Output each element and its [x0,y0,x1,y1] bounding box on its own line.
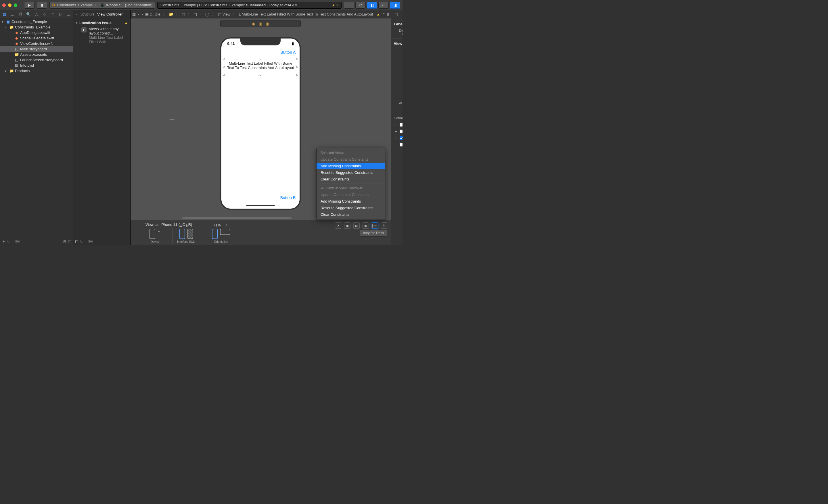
resize-handle[interactable] [296,66,298,67]
file-scenedelegate[interactable]: ◆SceneDelegate.swift [0,35,73,41]
project-root[interactable]: ▾▣Constraints_Example [0,19,73,25]
outline-toggle-icon[interactable] [134,223,138,227]
file-main-storyboard[interactable]: ▢Main.storyboard [0,46,73,52]
landscape-icon[interactable] [220,229,230,235]
outline-crumb[interactable]: Structure [81,12,94,16]
jump-warning-icon[interactable]: ‹ ▲ › [376,10,380,18]
resize-handle[interactable] [223,58,224,59]
menu-add-missing[interactable]: Add Missing Constraints [317,163,385,169]
code-review-button[interactable]: ⇄ [355,2,366,9]
file-assets[interactable]: 📁Assets.xcassets [0,52,73,57]
zoom-window[interactable] [14,3,17,7]
menu-clear-all[interactable]: Clear Constraints [317,211,385,218]
safe-area-margins-checkbox[interactable] [400,136,403,140]
related-icon[interactable]: ▦ [132,12,136,16]
file-viewcontroller[interactable]: ◆ViewController.swift [0,41,73,46]
group-products[interactable]: ▸📁Products [0,68,73,74]
nav-symbol-icon[interactable]: 品 [18,12,23,17]
add-icon[interactable]: ＋ [2,239,5,244]
zoom-out-icon[interactable]: − [207,223,209,227]
align-icon[interactable]: ⊟ [353,222,360,229]
issue-item[interactable]: L Views without any layout constr... Mul… [76,25,128,46]
selected-label[interactable]: Multi-Line Text Label Filled With Some T… [224,59,297,75]
file-appdelegate[interactable]: ◆AppDelegate.swift [0,30,73,35]
resize-handle[interactable] [296,74,298,76]
library-button[interactable]: ＋ [344,2,354,9]
run-button[interactable]: ▶ [24,2,35,9]
add-variation-icon[interactable]: + [394,123,398,127]
safe-area-guide-checkbox[interactable] [400,143,403,146]
button-b[interactable]: Button B [280,195,296,200]
nav-report-icon[interactable]: ☰ [66,12,71,16]
bottom-panel-toggle[interactable]: ▭ [378,2,389,9]
nav-project-icon[interactable]: ▦ [2,12,7,16]
fwd-nav-icon[interactable]: › [141,12,142,16]
scene-dock[interactable]: ◉ ▣ ▣ [220,20,301,27]
project-tree[interactable]: ▾▣Constraints_Example ▾📁Constraints_Exam… [0,18,73,237]
jump-bar[interactable]: ▦ ‹ › ▣ C...ple〉 📁〉 ▢〉 ▢〉 ◯〉 ▢ View〉 L M… [130,10,391,18]
activity-status[interactable]: Constraints_Example | Build Constraints_… [157,2,341,9]
scm-icon[interactable]: ▢ [68,239,71,243]
menu-reset-suggested-all[interactable]: Reset to Suggested Constraints [317,204,385,211]
file-launchscreen[interactable]: ▢LaunchScreen.storyboard [0,57,73,63]
back-icon[interactable]: ‹ [76,12,78,17]
jb-folder[interactable]: 📁 [169,12,173,16]
minimize-window[interactable] [8,3,11,7]
light-mode-icon[interactable] [179,229,185,239]
nav-source-icon[interactable]: ☰ [10,12,15,16]
assistant-icon[interactable]: ▯ [387,12,389,16]
right-panel-toggle[interactable]: ◨ [390,2,400,9]
resize-handle[interactable] [223,74,224,76]
issue-group[interactable]: ▾ Localization Issue ▲ [76,21,128,25]
jb-view[interactable]: ▢ View [218,12,231,16]
nav-debug-icon[interactable]: ≡ [50,12,55,16]
vary-traits-button[interactable]: Vary for Traits [360,230,387,236]
clock-icon[interactable]: ◷ [63,239,66,243]
jb-project[interactable]: ▣ C...ple [145,12,160,16]
left-panel-toggle[interactable]: ◧ [367,2,377,9]
stop-button[interactable]: ◼ [37,2,47,9]
jb-scene[interactable]: ▢ [194,12,197,16]
dark-mode-icon[interactable] [188,229,193,239]
resize-handle[interactable] [260,74,261,76]
file-info-plist[interactable]: ▤Info.plist [0,63,73,68]
status-warnings[interactable]: ▲ 2 [331,3,338,7]
navigator-filter[interactable] [12,239,61,243]
resize-handle[interactable] [260,58,261,59]
resize-handle[interactable] [296,58,298,59]
pin-icon[interactable]: ⊞ [363,222,369,229]
scheme-selector[interactable]: ⚙ Constraints_Example 〉 📱 iPhone SE (2nd… [49,2,155,9]
jb-vc[interactable]: ◯ [205,12,210,16]
resize-handle[interactable] [223,66,224,67]
exit-icon[interactable]: ▣ [266,21,269,26]
nav-issue-icon[interactable]: △ [34,12,39,16]
preserve-margins-checkbox[interactable] [400,123,403,127]
menu-clear[interactable]: Clear Constraints [317,176,385,182]
resolve-issues-icon[interactable]: ├△┤ [372,222,378,229]
add-variation-icon[interactable]: + [394,129,398,134]
close-window[interactable] [2,3,6,7]
vc-icon[interactable]: ◉ [252,21,255,26]
nav-break-icon[interactable]: ▷ [58,12,63,16]
nav-find-icon[interactable]: 🔍 [26,12,31,16]
editor-options-icon[interactable]: ≡ [382,12,385,16]
embed-icon[interactable]: ▣ [344,222,350,229]
embed-in-icon[interactable]: ⬇ [381,222,387,229]
back-nav-icon[interactable]: ‹ [138,12,139,16]
jb-label[interactable]: L Multi-Line Text Label Filled With Some… [239,12,373,16]
button-a[interactable]: Button A [280,50,296,55]
device-chevron-icon[interactable]: ⌄ [158,229,161,239]
jb-file[interactable]: ▢ [182,12,185,16]
nav-test-icon[interactable]: ◇ [42,12,47,16]
device-icon[interactable] [150,229,155,239]
group-folder[interactable]: ▾📁Constraints_Example [0,25,73,30]
first-responder-icon[interactable]: ▣ [259,21,262,26]
add-variation-icon[interactable]: + [394,136,398,140]
outline-toggle-icon[interactable]: ▢ [75,239,79,243]
menu-reset-suggested[interactable]: Reset to Suggested Constraints [317,169,385,176]
file-insp-icon[interactable]: ▢ [395,12,398,16]
readable-width-checkbox[interactable] [400,130,403,133]
outline-filter[interactable] [85,239,128,243]
update-frames-icon[interactable]: ⟳ [335,222,341,229]
zoom-value[interactable]: 71% [213,223,221,227]
